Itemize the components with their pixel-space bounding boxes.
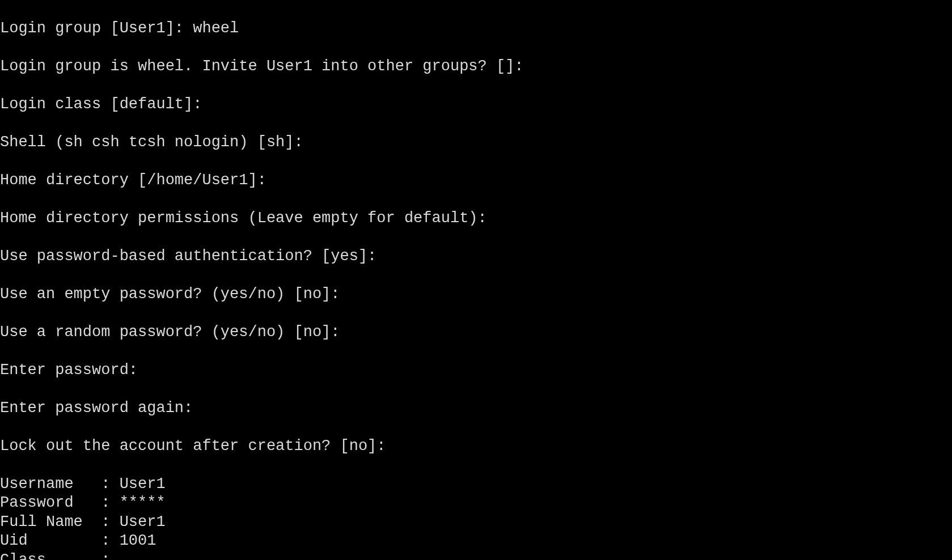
summary-row: Uid : 1001 [0,532,952,551]
prompt-login-group: Login group [User1]: wheel [0,19,952,39]
prompt-enter-pw: Enter password: [0,361,952,380]
prompt-label: Login group [User1]: [0,20,193,37]
summary-row: Class : [0,551,952,561]
terminal[interactable]: Login group [User1]: wheel Login group i… [0,0,952,560]
prompt-login-class: Login class [default]: [0,95,952,114]
prompt-lockout: Lock out the account after creation? [no… [0,437,952,456]
user-input: wheel [193,20,239,37]
summary-row: Username : User1 [0,475,952,494]
prompt-enter-pw2: Enter password again: [0,399,952,418]
prompt-invite-groups: Login group is wheel. Invite User1 into … [0,57,952,77]
summary-row: Password : ***** [0,494,952,513]
prompt-shell: Shell (sh csh tcsh nologin) [sh]: [0,133,952,152]
prompt-home-dir: Home directory [/home/User1]: [0,171,952,190]
prompt-home-perm: Home directory permissions (Leave empty … [0,209,952,228]
prompt-empty-pw: Use an empty password? (yes/no) [no]: [0,285,952,304]
prompt-random-pw: Use a random password? (yes/no) [no]: [0,323,952,342]
prompt-pw-auth: Use password-based authentication? [yes]… [0,247,952,266]
summary-row: Full Name : User1 [0,513,952,532]
